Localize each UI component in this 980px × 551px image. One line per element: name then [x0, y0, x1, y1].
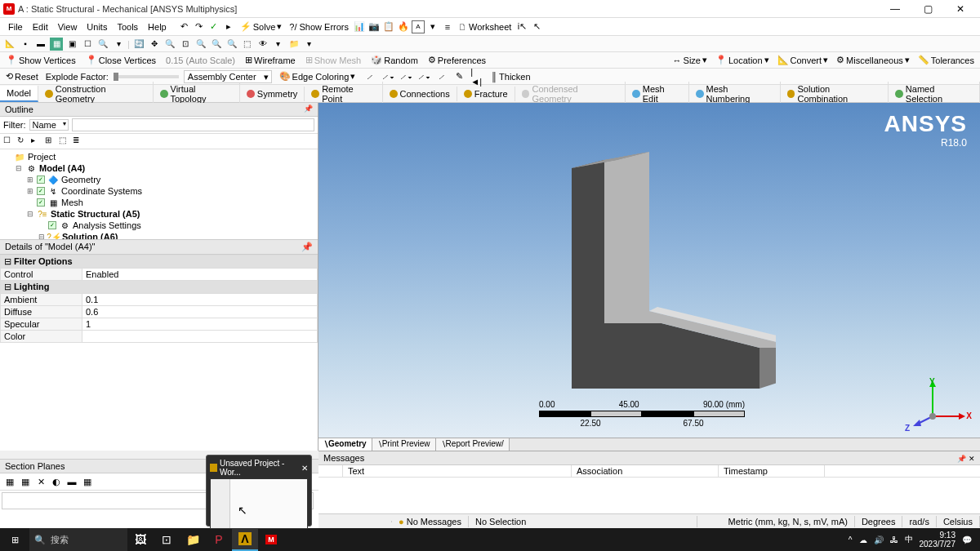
- tab-construction-geometry[interactable]: Construction Geometry: [38, 82, 154, 106]
- edge-icon[interactable]: ⟋▾: [381, 70, 394, 83]
- back-icon[interactable]: ↶: [178, 20, 191, 33]
- body-select-icon[interactable]: ▣: [65, 38, 78, 51]
- vertex-select-icon[interactable]: ▪: [19, 38, 32, 51]
- details-ambient-value[interactable]: 0.1: [82, 294, 318, 306]
- tray-chevron-icon[interactable]: ^: [849, 535, 853, 544]
- location-dropdown[interactable]: 📍Location ▾: [713, 55, 772, 65]
- view-tab-report-preview[interactable]: ∖Report Preview/: [436, 438, 510, 451]
- toolbar-icon[interactable]: 🔍: [210, 38, 223, 51]
- menu-units[interactable]: Units: [82, 20, 112, 33]
- toolbar-icon[interactable]: 📊: [353, 20, 366, 33]
- close-vertices-button[interactable]: 📍Close Vertices: [83, 55, 158, 65]
- messages-col-association[interactable]: Association: [572, 465, 719, 477]
- view-icon[interactable]: 👁: [256, 38, 270, 51]
- toolbar-icon[interactable]: ▾: [303, 38, 316, 51]
- tab-model[interactable]: Model: [0, 86, 38, 102]
- minimize-button[interactable]: —: [879, 0, 911, 18]
- taskbar-task-view[interactable]: ⊡: [154, 528, 180, 551]
- toolbar-icon[interactable]: ▾: [272, 38, 285, 51]
- toolbar-icon[interactable]: i↖: [515, 20, 528, 33]
- toolbar-icon[interactable]: ≡: [441, 20, 454, 33]
- tree-geometry[interactable]: ⊞✓🔷Geometry: [3, 174, 314, 185]
- auto-scale-label[interactable]: 0.15 (Auto Scale): [163, 56, 238, 65]
- edge-icon[interactable]: |◄|: [470, 70, 483, 83]
- menu-tools[interactable]: Tools: [112, 20, 143, 33]
- taskbar-mechanical[interactable]: M: [258, 528, 284, 551]
- section-plane-icon[interactable]: ▬: [65, 475, 78, 488]
- taskbar-app[interactable]: 🖼: [127, 528, 154, 551]
- manage-views-icon[interactable]: 📁: [287, 38, 301, 51]
- edge-select-icon[interactable]: ▬: [34, 38, 47, 51]
- show-vertices-button[interactable]: 📍Show Vertices: [3, 55, 78, 65]
- zoom-icon[interactable]: 🔍: [163, 38, 176, 51]
- section-plane-icon[interactable]: ▦: [3, 475, 16, 488]
- zoom-fit-icon[interactable]: ⊡: [179, 38, 192, 51]
- face-select-icon[interactable]: ▦: [50, 38, 63, 51]
- wireframe-button[interactable]: ⊞Wireframe: [243, 55, 298, 65]
- edge-icon[interactable]: ✎: [452, 70, 466, 83]
- details-specular-value[interactable]: 1: [82, 318, 318, 331]
- section-plane-delete-icon[interactable]: ✕: [34, 475, 47, 488]
- pin-icon[interactable]: 📌: [304, 104, 313, 114]
- maximize-button[interactable]: ▢: [911, 0, 944, 18]
- details-control-value[interactable]: Enabled: [82, 269, 318, 281]
- thumbnail-close-icon[interactable]: ✕: [301, 464, 308, 473]
- select-icon[interactable]: 📐: [3, 38, 16, 51]
- toolbar-icon[interactable]: A: [412, 20, 425, 33]
- menu-file[interactable]: File: [3, 20, 28, 33]
- forward-icon[interactable]: ↷: [193, 20, 206, 33]
- messages-col-text[interactable]: Text: [343, 465, 572, 477]
- preferences-button[interactable]: ⚙Preferences: [425, 55, 488, 65]
- edge-icon[interactable]: ⟋▾: [399, 70, 412, 83]
- details-color-value[interactable]: [82, 331, 318, 343]
- pin-icon[interactable]: 📌: [301, 242, 313, 252]
- convert-dropdown[interactable]: 📐Convert ▾: [775, 55, 831, 65]
- tray-notifications-icon[interactable]: 💬: [962, 535, 972, 544]
- section-plane-icon[interactable]: ▦: [19, 475, 32, 488]
- taskbar-thumbnail[interactable]: Unsaved Project - Wor... ✕: [206, 455, 312, 527]
- tray-volume-icon[interactable]: 🔊: [874, 535, 884, 544]
- filter-type-dropdown[interactable]: Name: [29, 119, 69, 131]
- menu-edit[interactable]: Edit: [28, 20, 53, 33]
- pin-icon[interactable]: 📌: [957, 455, 966, 463]
- tree-model[interactable]: ⊟⚙Model (A4): [3, 162, 314, 174]
- reset-button[interactable]: ⟲Reset: [3, 71, 41, 82]
- toolbar-icon[interactable]: ▾: [426, 20, 439, 33]
- view-tab-print-preview[interactable]: ∖Print Preview: [372, 438, 436, 451]
- taskbar-powerpoint[interactable]: P: [206, 528, 232, 551]
- tree-toolbar-icon[interactable]: ▸: [31, 136, 42, 147]
- details-diffuse-value[interactable]: 0.6: [82, 306, 318, 318]
- toolbar-icon[interactable]: 🔍: [225, 38, 238, 51]
- size-dropdown[interactable]: ↔Size ▾: [670, 55, 710, 65]
- taskbar-ansys[interactable]: Λ: [232, 528, 258, 551]
- start-button[interactable]: ⊞: [0, 528, 29, 551]
- toolbar-icon[interactable]: 📋: [382, 20, 395, 33]
- tray-network-icon[interactable]: 🖧: [890, 535, 898, 544]
- worksheet-button[interactable]: 🗋Worksheet: [456, 22, 514, 32]
- tab-remote-point[interactable]: Remote Point: [305, 82, 382, 106]
- toolbar-icon[interactable]: ↖: [530, 20, 543, 33]
- taskbar-explorer[interactable]: 📁: [180, 528, 206, 551]
- toolbar-icon[interactable]: ▾: [112, 38, 125, 51]
- random-button[interactable]: 🎲Random: [368, 55, 421, 65]
- tree-toolbar-icon[interactable]: ⊞: [45, 136, 56, 147]
- geometry-model[interactable]: [523, 152, 776, 405]
- rotate-icon[interactable]: 🔄: [132, 38, 145, 51]
- thicken-button[interactable]: ║Thicken: [488, 72, 532, 82]
- taskbar-clock[interactable]: 9:13 2023/7/27: [920, 531, 956, 549]
- taskbar-search[interactable]: 🔍 搜索: [29, 528, 127, 551]
- section-plane-icon[interactable]: ◐: [50, 475, 63, 488]
- tab-condensed-geometry[interactable]: Condensed Geometry: [515, 82, 626, 106]
- tray-ime-icon[interactable]: 中: [905, 534, 913, 545]
- toolbar-icon[interactable]: 🔍: [96, 38, 109, 51]
- tree-toolbar-icon[interactable]: ≣: [73, 136, 84, 147]
- section-plane-icon[interactable]: ▦: [81, 475, 94, 488]
- triad[interactable]: Y X Z: [910, 377, 967, 434]
- tab-mesh-edit[interactable]: Mesh Edit: [626, 82, 689, 106]
- assembly-center-dropdown[interactable]: Assembly Center: [184, 70, 272, 83]
- tree-toolbar-icon[interactable]: ☐: [3, 136, 15, 147]
- tab-named-selection[interactable]: Named Selection: [889, 82, 980, 106]
- tree-project[interactable]: 📁Project: [3, 151, 314, 162]
- show-mesh-button[interactable]: ⊞Show Mesh: [303, 55, 363, 65]
- tab-solution-combination[interactable]: Solution Combination: [781, 82, 889, 106]
